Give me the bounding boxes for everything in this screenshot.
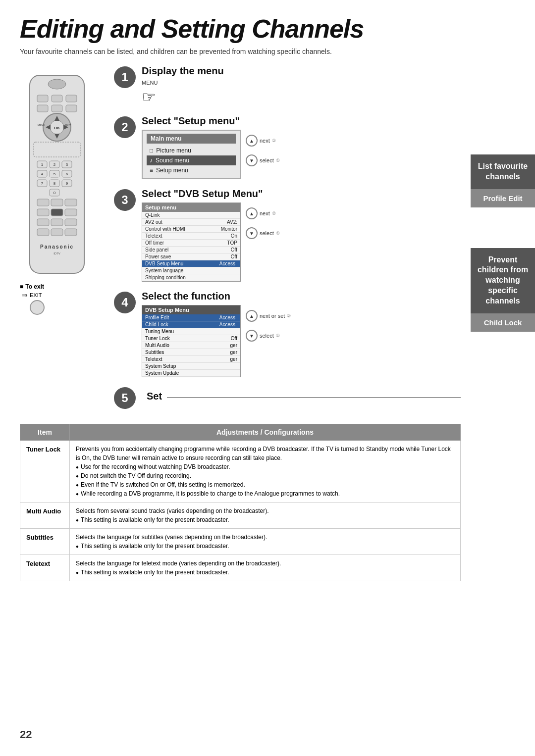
svg-text:IDTV: IDTV: [54, 252, 60, 255]
svg-rect-2: [37, 95, 48, 102]
arrows-step4: ▲ next or set ② ▼ select ①: [246, 310, 291, 342]
step-1-number: 1: [114, 66, 136, 88]
svg-rect-49: [65, 229, 77, 236]
svg-text:0: 0: [54, 191, 56, 195]
setup-row-language: System language: [142, 267, 240, 274]
step-5-number: 5: [114, 387, 136, 409]
svg-rect-48: [51, 229, 63, 236]
col-config-header: Adjustments / Configurations: [70, 424, 461, 441]
dvb-row-multiaudio: Multi Audioger: [142, 342, 240, 349]
dvb-row-systemsetup: System Setup: [142, 363, 240, 370]
svg-rect-43: [65, 209, 77, 216]
arrows-step2: ▲ next ② ▼ select ①: [246, 135, 280, 166]
setup-row-offtimer: Off timerTOP: [142, 240, 240, 247]
to-exit-label: To exit: [25, 283, 44, 290]
step-5-title: Set: [147, 391, 162, 402]
svg-rect-45: [51, 219, 63, 226]
page-title: Editing and Setting Channels: [0, 0, 535, 48]
svg-rect-5: [37, 105, 48, 112]
step-4-title: Select the function: [142, 291, 461, 302]
to-exit-section: ■ To exit ⇒ EXIT: [20, 283, 109, 315]
step-3-title: Select "DVB Setup Menu": [142, 188, 461, 200]
setup-row-hdmi: Control with HDMIMonitor: [142, 226, 240, 233]
svg-text:3: 3: [66, 162, 68, 167]
svg-text:9: 9: [66, 181, 68, 186]
sidebar-profile-edit[interactable]: Profile Edit: [471, 189, 535, 207]
main-menu-box: Main menu □Picture menu ♪Sound menu ≡Set…: [142, 130, 241, 179]
desc-teletext: Selects the language for teletext mode (…: [70, 555, 461, 581]
dvb-row-tunerlock: Tuner LockOff: [142, 335, 240, 342]
menu-icon: ☞: [142, 88, 461, 106]
svg-rect-39: [51, 199, 63, 206]
menu-item-sound: ♪Sound menu: [147, 155, 236, 165]
dvb-setup-menu-table: DVB Setup Menu Profile EditAccess Child …: [142, 305, 241, 377]
sidebar-child-lock[interactable]: Child Lock: [471, 313, 535, 332]
main-menu-title: Main menu: [147, 134, 236, 144]
item-tunerlock: Tuner Lock: [20, 441, 70, 503]
step-5: 5 Set: [114, 386, 461, 409]
setup-row-shipping: Shipping condition: [142, 274, 240, 281]
step-1-title: Display the menu: [142, 65, 461, 77]
svg-text:7: 7: [41, 181, 44, 186]
to-exit-button-label: EXIT: [30, 292, 42, 298]
svg-rect-44: [37, 219, 49, 226]
svg-text:OK: OK: [54, 126, 60, 130]
svg-rect-46: [65, 219, 77, 226]
step-3-number: 3: [114, 189, 136, 211]
svg-text:Panasonic: Panasonic: [40, 244, 74, 250]
svg-rect-38: [37, 199, 49, 206]
step-1: 1 Display the menu MENU ☞: [114, 65, 461, 106]
svg-text:8: 8: [54, 181, 56, 186]
svg-rect-47: [37, 229, 49, 236]
arrows-step3: ▲ next ② ▼ select ①: [246, 207, 280, 239]
step-1-sublabel: MENU: [142, 80, 461, 86]
page-subtitle: Your favourite channels can be listed, a…: [0, 48, 535, 65]
row-teletext: Teletext Selects the language for telete…: [20, 555, 461, 581]
setup-menu-header: Setup menu: [142, 203, 240, 212]
svg-rect-6: [52, 105, 62, 112]
sidebar-prevent-children: Prevent children from watching specific …: [471, 248, 535, 313]
row-multiaudio: Multi Audio Selects from several sound t…: [20, 503, 461, 529]
dvb-row-childlock: Child LockAccess: [142, 321, 240, 328]
item-subtitles: Subtitles: [20, 529, 70, 555]
desc-subtitles: Selects the language for subtitles (vari…: [70, 529, 461, 555]
setup-row-powersave: Power saveOff: [142, 253, 240, 260]
exit-button[interactable]: [30, 300, 45, 315]
svg-rect-40: [65, 199, 77, 206]
step-2-number: 2: [114, 116, 136, 138]
dvb-row-teletext: Teletextger: [142, 356, 240, 363]
svg-rect-3: [52, 95, 62, 102]
page-number: 22: [20, 728, 32, 741]
dvb-setup-header: DVB Setup Menu: [142, 305, 240, 314]
item-teletext: Teletext: [20, 555, 70, 581]
setup-row-sidepanel: Side panelOff: [142, 247, 240, 253]
dvb-row-profile: Profile EditAccess: [142, 314, 240, 321]
step-4-number: 4: [114, 292, 136, 313]
row-tunerlock: Tuner Lock Prevents you from accidentall…: [20, 441, 461, 503]
svg-rect-41: [37, 209, 49, 216]
step-3: 3 Select "DVB Setup Menu" Setup menu Q-L…: [114, 188, 461, 282]
svg-text:EXIT: EXIT: [65, 124, 71, 127]
setup-row-dvb: DVB Setup MenuAccess: [142, 260, 240, 267]
svg-text:MENU: MENU: [38, 124, 45, 127]
setup-row-av2out: AV2 outAV2:: [142, 219, 240, 226]
sidebar-list-channels: List favourite channels: [471, 154, 535, 189]
svg-text:5: 5: [54, 172, 56, 176]
step-4: 4 Select the function DVB Setup Menu Pro…: [114, 291, 461, 377]
svg-text:4: 4: [41, 172, 44, 176]
svg-text:2: 2: [54, 162, 56, 167]
setup-menu-table: Setup menu Q-Link AV2 outAV2: Control wi…: [142, 202, 241, 282]
svg-rect-42: [51, 209, 63, 216]
step-2-title: Select "Setup menu": [142, 115, 461, 127]
right-sidebar: List favourite channels Profile Edit Pre…: [471, 65, 535, 581]
remote-control: OK MENU EXIT 1: [20, 70, 99, 278]
step-2: 2 Select "Setup menu" Main menu □Picture…: [114, 115, 461, 179]
dvb-row-tuning: Tuning Menu: [142, 328, 240, 335]
bottom-table: Item Adjustments / Configurations Tuner …: [20, 424, 461, 581]
col-item-header: Item: [20, 424, 70, 441]
item-multiaudio: Multi Audio: [20, 503, 70, 529]
dvb-row-systemupdate: System Update: [142, 370, 240, 377]
desc-tunerlock: Prevents you from accidentally changing …: [70, 441, 461, 503]
row-subtitles: Subtitles Selects the language for subti…: [20, 529, 461, 555]
menu-item-picture: □Picture menu: [147, 146, 236, 155]
